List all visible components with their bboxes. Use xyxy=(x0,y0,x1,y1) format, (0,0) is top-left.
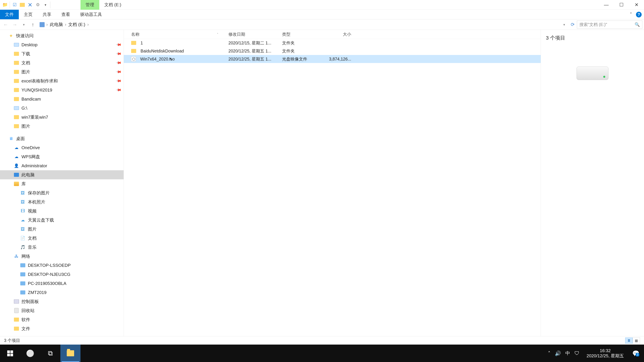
qat-checkbox-icon[interactable]: ☑ xyxy=(11,1,18,9)
column-header-type[interactable]: 类型 xyxy=(282,31,327,37)
breadcrumb-item[interactable]: 文档 (E:) xyxy=(67,22,86,27)
sidebar-item-network[interactable]: 🖧网络 xyxy=(0,252,124,261)
breadcrumb-root-icon[interactable] xyxy=(40,22,44,27)
action-center-button[interactable]: 💬 3 xyxy=(631,349,641,358)
folder-icon xyxy=(14,96,19,102)
qat-settings-icon[interactable]: ⚙ xyxy=(34,1,42,9)
qat-folder-icon[interactable] xyxy=(18,1,26,9)
breadcrumb[interactable]: › 此电脑 › 文档 (E:) › xyxy=(40,22,90,27)
sidebar-net-item[interactable]: DESKTOP-NJEU3CG xyxy=(0,270,124,279)
minimize-button[interactable]: — xyxy=(599,0,614,10)
ribbon-tab-share[interactable]: 共享 xyxy=(38,10,56,19)
address-dropdown-icon[interactable]: ▾ xyxy=(560,21,568,29)
tray-overflow-icon[interactable]: ˄ xyxy=(548,351,550,356)
cloud-icon: ☁ xyxy=(20,217,26,223)
sidebar-lib-item[interactable]: 🖼本机照片 xyxy=(0,197,124,206)
column-header-name[interactable]: 名称˄ xyxy=(131,31,228,37)
sidebar-net-item[interactable]: DESKTOP-LSSOEDP xyxy=(0,261,124,270)
sidebar-item-docs[interactable]: 文件 xyxy=(0,324,124,333)
chevron-right-icon[interactable]: › xyxy=(46,22,48,27)
sidebar-item-thispc[interactable]: 此电脑 xyxy=(0,170,124,179)
sidebar-item-recycle[interactable]: 回收站 xyxy=(0,306,124,315)
sidebar-lib-item[interactable]: 🖼图片 xyxy=(0,225,124,234)
nav-forward-button[interactable]: → xyxy=(11,21,19,29)
sidebar-qa-item[interactable]: Desktop📌 xyxy=(0,40,124,49)
folder-icon xyxy=(131,49,136,53)
sidebar-item-wps[interactable]: ☁WPS网盘 xyxy=(0,152,124,161)
folder-icon xyxy=(14,326,19,331)
sidebar-qa-item[interactable]: YUNQISHI2019📌 xyxy=(0,85,124,94)
sidebar-qa-item[interactable]: 图片📌 xyxy=(0,67,124,76)
ribbon-tab-file[interactable]: 文件 xyxy=(0,10,19,19)
security-icon[interactable]: 🛡 xyxy=(574,351,580,356)
ribbon-expand-icon[interactable]: ˅ xyxy=(628,11,634,18)
nav-back-button[interactable]: ← xyxy=(2,21,10,29)
taskbar-search-button[interactable]: ⚪ xyxy=(20,345,40,362)
sidebar-qa-item[interactable]: 文档📌 xyxy=(0,58,124,67)
sidebar-net-item[interactable]: ZMT2019 xyxy=(0,288,124,297)
library-icon xyxy=(14,181,19,187)
sidebar-lib-item[interactable]: 🎞视频 xyxy=(0,206,124,216)
preview-pane: 3 个项目 xyxy=(541,30,644,336)
sidebar-qa-item[interactable]: 下载📌 xyxy=(0,49,124,58)
ribbon-context-tab[interactable]: 管理 xyxy=(80,0,99,10)
sidebar-qa-item[interactable]: 图片 xyxy=(0,122,124,131)
file-row[interactable]: BaiduNetdiskDownload 2020/12/25, 星期五 1..… xyxy=(124,47,541,55)
sidebar-qa-item[interactable]: Bandicam xyxy=(0,94,124,104)
ribbon-tab-drivetools[interactable]: 驱动器工具 xyxy=(75,10,107,19)
start-button[interactable] xyxy=(0,345,20,362)
sidebar-item-software[interactable]: 软件 xyxy=(0,315,124,324)
breadcrumb-item[interactable]: 此电脑 xyxy=(48,22,64,27)
qat-close-icon[interactable]: ✕ xyxy=(26,1,34,9)
sidebar-item-user[interactable]: 👤Administrator xyxy=(0,161,124,170)
sidebar-lib-item[interactable]: 📄文档 xyxy=(0,234,124,243)
pin-icon: 📌 xyxy=(116,41,122,48)
file-row[interactable]: 1 2020/12/15, 星期二 1... 文件夹 xyxy=(124,39,541,47)
sidebar-qa-item[interactable]: excel表格制作求和📌 xyxy=(0,76,124,85)
pc-icon xyxy=(14,172,19,177)
computer-icon xyxy=(20,272,26,277)
sidebar-lib-item[interactable]: 🎵音乐 xyxy=(0,243,124,252)
maximize-button[interactable]: ☐ xyxy=(614,0,629,10)
search-input[interactable]: 搜索"文档 (E:)" 🔍 xyxy=(577,21,642,29)
sidebar-lib-item[interactable]: 🖼保存的图片 xyxy=(0,188,124,197)
column-header-size[interactable]: 大小 xyxy=(327,31,354,37)
user-icon: 👤 xyxy=(14,163,19,168)
file-row[interactable]: Win7x64_2020.iso 2020/12/25, 星期五 1... 光盘… xyxy=(124,55,541,63)
view-details-button[interactable]: ≣ xyxy=(625,338,632,344)
sidebar-desktop[interactable]: 🖥桌面 xyxy=(0,134,124,143)
ribbon-tab-home[interactable]: 主页 xyxy=(19,10,38,19)
taskbar-clock[interactable]: 16:32 2020/12/25, 星期五 xyxy=(584,348,626,359)
computer-icon xyxy=(20,290,26,295)
ribbon-tab-view[interactable]: 查看 xyxy=(56,10,75,19)
help-icon[interactable]: ? xyxy=(636,12,642,17)
chevron-right-icon[interactable]: › xyxy=(86,22,90,27)
ribbon: 文件 主页 共享 查看 驱动器工具 ˅ ? xyxy=(0,10,644,19)
sidebar-qa-item[interactable]: win7重装win7 xyxy=(0,113,124,122)
qat-dropdown-icon[interactable]: ▾ xyxy=(42,1,49,9)
sidebar-item-libraries[interactable]: 库 xyxy=(0,179,124,188)
sidebar-quick-access[interactable]: ★快速访问 xyxy=(0,31,124,40)
sidebar-net-item[interactable]: PC-20190530OBLA xyxy=(0,279,124,288)
nav-recent-dropdown[interactable]: ▾ xyxy=(20,21,28,29)
refresh-button[interactable]: ⟳ xyxy=(569,21,576,28)
sidebar-lib-item[interactable]: ☁天翼云盘下载 xyxy=(0,216,124,225)
sidebar-qa-item[interactable]: G:\ xyxy=(0,104,124,113)
navigation-pane[interactable]: ★快速访问 Desktop📌 下载📌 文档📌 图片📌 excel表格制作求和📌 … xyxy=(0,30,124,336)
volume-icon[interactable]: 🔊 xyxy=(555,351,561,356)
taskbar-explorer-button[interactable] xyxy=(60,345,80,362)
view-icons-button[interactable]: ▦ xyxy=(632,338,640,344)
file-list[interactable]: 名称˄ 修改日期 类型 大小 1 2020/12/15, 星期二 1... 文件… xyxy=(124,30,541,336)
close-button[interactable]: ✕ xyxy=(629,0,644,10)
column-header-date[interactable]: 修改日期 xyxy=(228,31,282,37)
qat-app-icon[interactable]: 📁 xyxy=(1,1,9,9)
sidebar-item-controlpanel[interactable]: 控制面板 xyxy=(0,297,124,306)
sidebar-item-onedrive[interactable]: ☁OneDrive xyxy=(0,143,124,152)
task-view-button[interactable]: ⧉ xyxy=(40,345,60,362)
ime-indicator[interactable]: 中 xyxy=(565,350,570,357)
nav-up-button[interactable]: ↑ xyxy=(29,21,37,29)
pin-icon: 📌 xyxy=(116,78,122,84)
chevron-right-icon[interactable]: › xyxy=(64,22,67,27)
folder-icon xyxy=(14,51,19,56)
computer-icon xyxy=(20,263,26,268)
